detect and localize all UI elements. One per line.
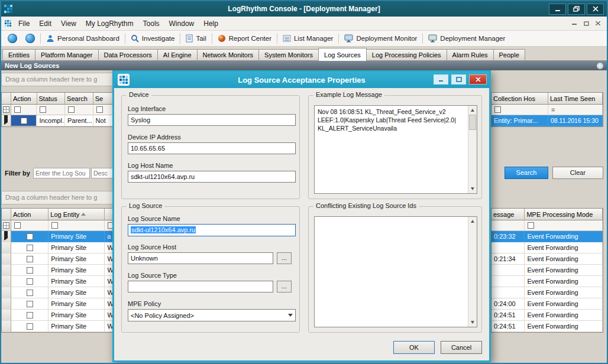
conflicting-log-source-ids-box[interactable] [314, 216, 477, 327]
menu-view[interactable]: View [56, 18, 81, 30]
mdi-close-button[interactable] [593, 19, 603, 28]
filter-checkbox[interactable] [68, 106, 75, 113]
search-button[interactable]: Search [504, 167, 548, 179]
scroll-up-icon[interactable] [468, 217, 477, 226]
scroll-down-icon[interactable] [468, 184, 477, 193]
filter-checkbox[interactable] [14, 106, 21, 113]
close-button[interactable] [587, 4, 604, 15]
log-host-name-input[interactable]: sdkt-ul1210x64.avp.ru [128, 171, 296, 183]
dialog-maximize-button[interactable] [451, 74, 466, 84]
row-checkbox[interactable] [27, 312, 33, 318]
log-source-type-browse-button[interactable]: ... [277, 281, 292, 292]
menu-help[interactable]: Help [199, 18, 223, 30]
menu-my-logrhythm[interactable]: My LogRhythm [81, 18, 138, 30]
column-header-action[interactable]: Action [11, 93, 37, 105]
table-row[interactable]: 0:24:51 Event Forwarding [491, 321, 603, 332]
log-source-host-input[interactable]: Unknown [128, 252, 273, 264]
log-source-type-input[interactable] [128, 281, 273, 292]
column-header-last-time-seen[interactable]: Last Time Seen [548, 93, 603, 105]
description-filter-input[interactable] [91, 168, 115, 178]
investigate-button[interactable]: Investigate [127, 32, 179, 44]
row-checkbox[interactable] [21, 118, 27, 124]
deployment-manager-button[interactable]: Deployment Manager [424, 32, 509, 44]
column-header-status[interactable]: Status [37, 93, 66, 105]
example-log-message-box[interactable]: Nov 08 16:08:51 KL_Threat_Feed_Service_v… [314, 105, 477, 194]
table-row[interactable]: 0:23:32 Event Forwarding [491, 231, 603, 242]
tail-button[interactable]: Tail [182, 32, 210, 44]
column-header-search[interactable]: Search [65, 93, 93, 105]
section-circle-icon[interactable] [597, 63, 603, 69]
column-header-log-entity[interactable]: Log Entity [48, 209, 105, 220]
filter-checkbox[interactable] [494, 106, 501, 113]
row-checkbox[interactable] [27, 267, 33, 274]
restore-button[interactable] [568, 4, 585, 15]
row-checkbox[interactable] [27, 278, 33, 285]
row-checkbox[interactable] [27, 301, 33, 307]
table-row[interactable]: 0:24:51 Event Forwarding [491, 310, 603, 321]
row-checkbox[interactable] [27, 323, 33, 330]
scroll-down-icon[interactable] [468, 318, 477, 327]
tab-ai-engine[interactable]: AI Engine [157, 49, 198, 60]
log-interface-input[interactable]: Syslog [128, 114, 296, 126]
mpe-policy-select[interactable]: <No Policy Assigned> [128, 309, 296, 321]
menu-file[interactable]: File [14, 18, 34, 30]
tab-entities[interactable]: Entities [2, 49, 35, 60]
scrollbar-thumb[interactable] [469, 115, 476, 130]
tab-system-monitors[interactable]: System Monitors [258, 49, 319, 60]
filter-checkbox[interactable] [51, 222, 58, 229]
globe-button[interactable] [4, 32, 21, 45]
row-checkbox[interactable] [27, 256, 33, 262]
tab-network-monitors[interactable]: Network Monitors [197, 49, 260, 60]
table-row[interactable]: Entity: Primar... 08.11.2016 15:30 [491, 115, 603, 126]
table-row[interactable]: Event Forwarding [491, 287, 603, 298]
column-header-action[interactable]: Action [11, 209, 48, 220]
report-center-button[interactable]: Report Center [214, 32, 276, 44]
tab-platform-manager[interactable]: Platform Manager [35, 49, 98, 60]
tab-log-processing-policies[interactable]: Log Processing Policies [366, 49, 447, 60]
tab-data-processors[interactable]: Data Processors [98, 49, 158, 60]
row-checkbox[interactable] [27, 290, 33, 296]
table-row[interactable]: 0:24:00 Event Forwarding [491, 298, 603, 310]
dialog-close-button[interactable] [469, 74, 487, 84]
log-source-host-browse-button[interactable]: ... [277, 252, 292, 264]
device-ip-input[interactable]: 10.65.65.65 [128, 142, 296, 154]
globe-button-2[interactable] [21, 32, 39, 45]
mdi-minimize-button[interactable] [569, 19, 580, 28]
filter-grid-icon[interactable] [3, 106, 9, 113]
log-source-name-input[interactable]: sdkt-ul1210x64.avp.ru [128, 224, 296, 236]
column-header-mpe-processing-mode[interactable]: MPE Processing Mode [525, 209, 603, 220]
clear-button[interactable]: Clear [552, 167, 603, 179]
filter-checkbox[interactable] [14, 222, 21, 229]
log-source-filter-input[interactable] [33, 168, 90, 178]
personal-dashboard-button[interactable]: Personal Dashboard [42, 32, 124, 44]
row-checkbox[interactable] [27, 233, 33, 240]
list-manager-button[interactable]: List Manager [279, 32, 337, 44]
tab-alarm-rules[interactable]: Alarm Rules [447, 49, 494, 60]
filter-checkbox[interactable] [40, 106, 46, 113]
column-header-collection-host[interactable]: Collection Hos [491, 93, 548, 105]
menu-window[interactable]: Window [164, 18, 199, 30]
table-row[interactable]: Event Forwarding [491, 276, 603, 287]
ok-button[interactable]: OK [393, 341, 435, 354]
table-row[interactable]: Event Forwarding [491, 265, 603, 276]
table-row[interactable]: Event Forwarding [491, 242, 603, 254]
minimize-button[interactable] [549, 4, 566, 15]
scrollbar[interactable] [468, 106, 477, 193]
filter-equals-operator[interactable]: = [551, 106, 555, 113]
cancel-button[interactable]: Cancel [441, 341, 482, 354]
filter-checkbox[interactable] [528, 222, 534, 229]
tab-log-sources[interactable]: Log Sources [318, 48, 367, 61]
menu-edit[interactable]: Edit [34, 18, 56, 30]
filter-checkbox[interactable] [96, 106, 103, 113]
table-row[interactable]: 0:21:34 Event Forwarding [491, 254, 603, 265]
mdi-restore-button[interactable] [581, 19, 591, 28]
row-checkbox[interactable] [27, 245, 33, 251]
deployment-monitor-button[interactable]: Deployment Monitor [340, 32, 421, 44]
scrollbar[interactable] [468, 217, 477, 327]
dialog-minimize-button[interactable] [434, 74, 448, 84]
tab-people[interactable]: People [493, 49, 525, 60]
menu-tools[interactable]: Tools [138, 18, 164, 30]
scroll-up-icon[interactable] [468, 106, 477, 115]
filter-grid-icon[interactable] [3, 222, 9, 229]
column-header-message-partial[interactable]: essage [491, 209, 525, 220]
